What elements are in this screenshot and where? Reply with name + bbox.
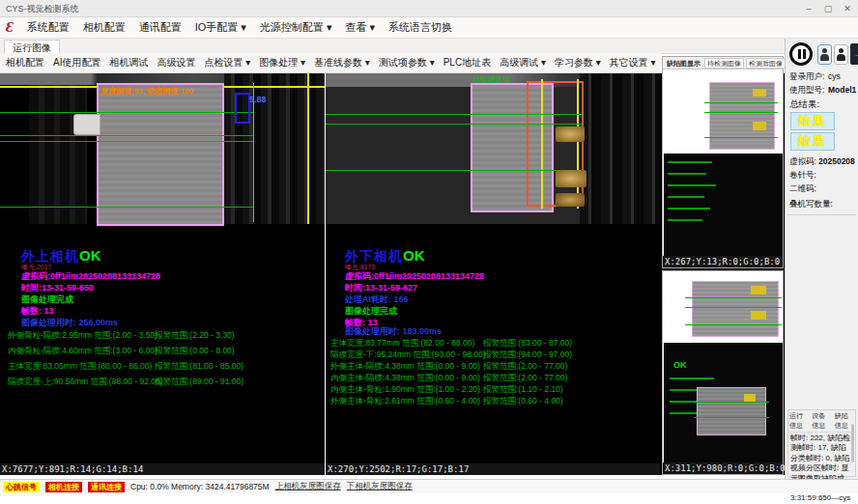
info-tabs: 运行信息 设备信息 缺陷信息: [788, 410, 855, 433]
measurement-text: 主体宽度:83.05mm 范围:(80.00 - 86.00): [8, 361, 152, 373]
maximize-icon[interactable]: ▢: [819, 2, 837, 15]
left-overlay-green-line: [0, 207, 253, 208]
measurement-row: 外侧主体-隔膜:4.38mm 范围:(0.00 - 9.00) 报警范围:(2.…: [326, 361, 660, 373]
center-camera-panel[interactable]: AI检测区域 外下相机OK 曝光:8170 虚拟码:0ff1iim2025020…: [326, 73, 660, 475]
tool-ai-config[interactable]: AI使用配置: [53, 56, 100, 70]
tool-other-settings[interactable]: 其它设置 ▾: [610, 56, 656, 70]
menu-system-config[interactable]: 系统配置: [27, 20, 70, 35]
left-pixel-coordinates: X:7677;Y:891;R:14;G:14;B:14: [0, 463, 325, 475]
measurement-text: 内侧骨粒-隔膜:4.60mm 范围:(3.00 - 6.00): [8, 346, 157, 357]
left-image-left-texture: [29, 85, 87, 224]
left-cell-region: [97, 83, 224, 226]
measurement-row: 主体宽度:83.05mm 范围:(80.00 - 86.00) 报警范围:(81…: [0, 361, 325, 373]
cpu-memory-status: Cpu: 0.0% Memory: 3424.41796875M: [130, 482, 270, 491]
menu-view[interactable]: 查看 ▾: [345, 20, 375, 35]
thumb-yellow-mark: [751, 311, 766, 320]
defect-thumbnail-small[interactable]: [697, 387, 766, 435]
exit-door-icon: →: [854, 48, 858, 59]
info-scrollbar[interactable]: [851, 424, 854, 462]
tool-advanced-settings[interactable]: 高级设置: [157, 56, 195, 70]
center-tab-highlight: [556, 193, 585, 207]
menu-io-config[interactable]: IO手配置 ▾: [195, 20, 246, 35]
defect-view-bottom-panel[interactable]: OK X:311;Y:980;R:0;G:0;B:0: [662, 270, 784, 475]
defect-top-coordinates: X:267;Y:13;R:0;G:0;B:0: [663, 256, 783, 267]
tool-camera-debug[interactable]: 相机调试: [109, 56, 148, 70]
tool-camera-config[interactable]: 相机配置: [6, 56, 44, 70]
defect-ok-status: OK: [673, 360, 687, 370]
barcode-label: 虚拟码:: [789, 156, 816, 168]
left-ok-status: OK: [79, 247, 101, 264]
measurement-text: 隔膜宽度-上:90.56mm 范围:(88.00 - 92.00): [8, 377, 163, 388]
user-switch-button[interactable]: [834, 44, 848, 65]
left-overlay-threshold-label: 灰度阈值:93, 动态阈值:100: [100, 86, 193, 97]
tool-plc-table[interactable]: PLC地址表: [443, 56, 491, 70]
measurement-row: 内侧主体-骨粒:1.90mm 范围:(1.00 - 2.20) 报警范围:(1.…: [326, 384, 660, 396]
tab-run-info[interactable]: 运行信息: [789, 411, 809, 431]
center-image-right-texture: [580, 73, 660, 224]
center-overlay-green-line: [326, 114, 582, 115]
alarm-range-text: 报警范围:(0.60 - 4.00): [483, 396, 563, 407]
alarm-range-text: 报警范围:(1.10 - 2.10): [483, 384, 563, 396]
minimize-icon[interactable]: –: [800, 2, 817, 15]
tool-test-params[interactable]: 测试项参数 ▾: [379, 56, 435, 70]
upper-camera-save-link[interactable]: 上相机灰度图保存: [275, 481, 341, 492]
menu-language[interactable]: 系统语言切换: [388, 20, 452, 35]
run-info-panel: 运行信息 设备信息 缺陷信息 帧时: 222, 缺陷检测帧时: 17, 缺陷分类…: [787, 409, 856, 477]
defect-view-top-panel[interactable]: 缺陷图显示 待检测图像 检测后图像 X:267;Y:13;R:0;G:0;B:0: [662, 56, 784, 268]
toolbar: 相机配置 AI使用配置 相机调试 高级设置 点检设置 ▾ 图像处理 ▾ 基准线参…: [0, 53, 661, 73]
app-window: CYS-视觉检测系统 – ▢ ✕ Ɛ 系统配置 相机配置 通讯配置 IO手配置 …: [0, 0, 858, 504]
result-badge-1: 结果: [790, 112, 835, 130]
left-camera-panel[interactable]: 灰度阈值:93, 动态阈值:100 5.88 外上相机OK 曝光:2017 虚拟…: [0, 73, 325, 475]
alarm-range-text: 报警范围:(2.20 - 3.30): [155, 330, 235, 342]
menu-comm-config[interactable]: 通讯配置: [139, 20, 182, 35]
defect-view-tabs: 缺陷图显示 待检测图像 检测后图像: [663, 57, 783, 70]
defect-thumbnail[interactable]: [709, 82, 775, 150]
measurement-row: 隔膜宽度-上:90.56mm 范围:(88.00 - 92.00) 报警范围:(…: [0, 377, 325, 388]
center-elapsed: 图像处理用时: 183.00ms: [345, 325, 442, 338]
tab-pre-detect-image[interactable]: 待检测图像: [704, 58, 744, 69]
login-user-value: cys: [828, 71, 841, 81]
measurement-row: 主体宽度:83.77mm 范围:(82.00 - 88.00) 报警范围:(83…: [326, 338, 660, 350]
left-connector-tab: [73, 114, 100, 135]
measurement-text: 隔膜宽度-下:95.24mm 范围:(93.00 - 98.00): [330, 350, 486, 361]
menu-light-config[interactable]: 光源控制配置 ▾: [260, 20, 332, 35]
tab-post-detect-image[interactable]: 检测后图像: [746, 58, 786, 69]
defect-thumbnail[interactable]: [692, 281, 779, 337]
tool-image-process[interactable]: 图像处理 ▾: [259, 56, 305, 70]
tool-baseline-params[interactable]: 基准线参数 ▾: [314, 56, 370, 70]
user-login-button[interactable]: [817, 44, 832, 65]
center-overlay-red-rect: [527, 81, 584, 207]
alarm-range-text: 报警范围:(0.00 - 8.00): [155, 346, 235, 357]
thumb-yellow-mark: [753, 122, 766, 130]
measurement-text: 内侧主体-骨粒:1.90mm 范围:(1.00 - 2.20): [330, 384, 480, 396]
tool-spot-check[interactable]: 点检设置 ▾: [204, 56, 250, 70]
tool-learn-params[interactable]: 学习参数 ▾: [555, 56, 601, 70]
tab-device-info[interactable]: 设备信息: [812, 411, 831, 431]
close-icon[interactable]: ✕: [839, 2, 856, 15]
measurement-row: 外侧主体-骨粒:2.61mm 范围:(0.60 - 4.00) 报警范围:(0.…: [326, 396, 660, 407]
defect-info-zone: OK: [664, 343, 783, 464]
write-count-label: 叠机写数量:: [789, 199, 833, 210]
lower-camera-save-link[interactable]: 下相机灰度图保存: [347, 481, 413, 492]
exit-button[interactable]: →: [850, 43, 858, 65]
measurement-text: 外侧主体-骨粒:2.61mm 范围:(0.60 - 4.00): [330, 396, 480, 407]
pause-button[interactable]: [789, 42, 813, 66]
center-overlay-green-line: [326, 124, 582, 125]
comm-connect-badge: 通讯连接: [88, 482, 125, 492]
tab-strip: 运行图像: [0, 39, 858, 54]
thumb-yellow-mark: [753, 89, 766, 97]
measurement-text: 主体宽度:83.77mm 范围:(82.00 - 88.00): [330, 338, 474, 350]
left-elapsed: 图像处理用时: 256.00ms: [21, 317, 118, 329]
title-bar: CYS-视觉检测系统: [0, 0, 858, 17]
center-tab-highlight: [556, 170, 586, 187]
measurement-text: 外侧骨粒-隔膜:2.95mm 范围:(2.00 - 3.50): [8, 330, 157, 342]
thumb-yellow-mark: [751, 286, 766, 294]
tab-run-image[interactable]: 运行图像: [4, 40, 60, 54]
center-tab-highlight: [556, 126, 585, 142]
menu-camera-config[interactable]: 相机配置: [83, 20, 126, 35]
alarm-range-text: 报警范围:(83.00 - 87.00): [483, 338, 572, 350]
total-result-label: 总结果:: [789, 98, 819, 111]
center-camera-name: 外下相机: [345, 248, 403, 264]
menu-bar: Ɛ 系统配置 相机配置 通讯配置 IO手配置 ▾ 光源控制配置 ▾ 查看 ▾ 系…: [0, 17, 858, 39]
tool-advanced-debug[interactable]: 高级调试 ▾: [500, 56, 546, 70]
